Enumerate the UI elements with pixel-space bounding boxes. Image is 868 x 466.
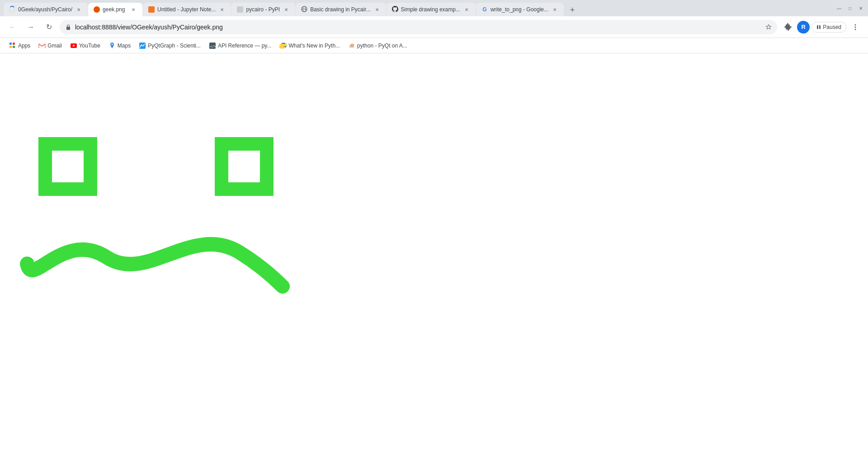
- wave-curve: [27, 244, 283, 286]
- bookmark-apps[interactable]: Apps: [5, 40, 34, 51]
- pause-icon: [816, 25, 821, 29]
- bookmark-youtube-label: YouTube: [79, 43, 100, 49]
- tab6-favicon: [392, 6, 398, 14]
- url-text: localhost:8888/view/OGeek/ayush/PyCairo/…: [75, 24, 762, 31]
- reload-button[interactable]: ↻: [42, 20, 56, 34]
- svg-text:</>: </>: [210, 45, 216, 48]
- tab2-close-button[interactable]: ✕: [130, 6, 137, 13]
- svg-rect-5: [819, 25, 821, 29]
- tab4-title: pycairo - PyPI: [246, 6, 280, 13]
- tab-basic-drawing[interactable]: Basic drawing in Pycair... ✕: [296, 3, 386, 16]
- tab-google[interactable]: G write_to_png - Google... ✕: [476, 3, 564, 16]
- svg-rect-24: [351, 44, 354, 44]
- tab4-favicon: [237, 6, 243, 13]
- tab1-favicon: [9, 6, 15, 14]
- browser-window: 0Geek/ayush/PyCairo/ ✕ geek.png ✕ Untitl…: [0, 0, 868, 466]
- cairo-drawing: [0, 53, 868, 466]
- profile-button[interactable]: R: [797, 21, 810, 33]
- bookmark-api-label: API Reference — py...: [218, 43, 272, 49]
- tab3-title: Untitled - Jupyter Note...: [157, 6, 216, 13]
- apps-icon: [9, 42, 16, 49]
- paused-status-button[interactable]: Paused: [811, 22, 846, 33]
- tab7-title: write_to_png - Google...: [491, 6, 548, 13]
- tab5-title: Basic drawing in Pycair...: [310, 6, 370, 13]
- nav-icons-group: R Paused: [781, 20, 863, 34]
- tab1-close-button[interactable]: ✕: [75, 6, 82, 13]
- three-dots-icon: [851, 23, 859, 31]
- bookmark-pyqt-so[interactable]: python - PyQt on A...: [344, 40, 411, 51]
- svg-rect-20: [349, 47, 354, 48]
- tab7-close-button[interactable]: ✕: [551, 6, 558, 13]
- address-bar[interactable]: localhost:8888/view/OGeek/ayush/PyCairo/…: [60, 20, 777, 34]
- svg-rect-13: [39, 43, 45, 48]
- svg-rect-9: [9, 43, 12, 45]
- tab3-favicon: [148, 6, 155, 13]
- tab1-title: 0Geek/ayush/PyCairo/: [18, 6, 72, 13]
- square2-inner: [228, 151, 260, 182]
- navigation-bar: ← → ↻ localhost:8888/view/OGeek/ayush/Py…: [0, 16, 868, 38]
- svg-rect-22: [350, 45, 354, 46]
- tab-geek-png[interactable]: geek.png ✕: [88, 3, 142, 16]
- square1-inner: [52, 151, 84, 182]
- tab-jupyter[interactable]: Untitled - Jupyter Note... ✕: [143, 3, 231, 16]
- stackoverflow-icon: [348, 42, 355, 49]
- svg-rect-23: [350, 44, 354, 45]
- paused-label: Paused: [823, 24, 841, 30]
- svg-rect-3: [66, 27, 70, 30]
- svg-rect-21: [349, 46, 354, 46]
- bookmark-gmail[interactable]: Gmail: [35, 40, 65, 51]
- minimize-button[interactable]: —: [835, 5, 843, 12]
- tab-pycairo-dir[interactable]: 0Geek/ayush/PyCairo/ ✕: [4, 3, 88, 16]
- maps-icon: [108, 42, 116, 49]
- pyqtgraph-icon: [139, 42, 146, 49]
- bookmark-maps[interactable]: Maps: [105, 40, 134, 51]
- forward-button[interactable]: →: [24, 20, 38, 34]
- tab5-favicon: [301, 6, 307, 14]
- tab2-favicon: [94, 6, 100, 13]
- window-controls: — □ ✕: [835, 5, 864, 12]
- svg-point-7: [855, 26, 856, 28]
- svg-rect-4: [817, 25, 818, 29]
- youtube-icon: [70, 42, 77, 49]
- svg-point-16: [111, 43, 113, 45]
- more-button[interactable]: [848, 20, 863, 34]
- svg-point-8: [855, 29, 856, 30]
- tab5-close-button[interactable]: ✕: [373, 6, 381, 13]
- star-icon[interactable]: [765, 24, 772, 30]
- title-bar: 0Geek/ayush/PyCairo/ ✕ geek.png ✕ Untitl…: [0, 0, 868, 16]
- svg-rect-12: [13, 46, 15, 48]
- bookmark-pyqtgraph-label: PyQtGraph - Scienti...: [148, 43, 201, 49]
- tabs-container: 0Geek/ayush/PyCairo/ ✕ geek.png ✕ Untitl…: [4, 0, 832, 16]
- tab6-close-button[interactable]: ✕: [463, 6, 470, 13]
- svg-rect-11: [9, 46, 12, 48]
- api-icon: </>: [209, 42, 216, 49]
- tab2-title: geek.png: [103, 6, 127, 13]
- tab7-favicon: G: [481, 6, 488, 13]
- bookmarks-bar: Apps Gmail YouTube Maps: [0, 38, 868, 53]
- bookmark-maps-label: Maps: [118, 43, 131, 49]
- bookmark-python-news[interactable]: What's New in Pyth...: [276, 40, 344, 51]
- close-button[interactable]: ✕: [857, 5, 864, 12]
- bookmark-gmail-label: Gmail: [47, 43, 61, 49]
- svg-rect-10: [13, 43, 15, 45]
- bookmark-pyqtgraph[interactable]: PyQtGraph - Scienti...: [135, 40, 204, 51]
- bookmark-apps-label: Apps: [18, 43, 30, 49]
- bookmark-pyqt-so-label: python - PyQt on A...: [357, 43, 407, 49]
- tab6-title: Simple drawing examp...: [401, 6, 460, 13]
- extensions-button[interactable]: [781, 20, 795, 34]
- lock-icon: [65, 24, 71, 30]
- bookmark-python-label: What's New in Pyth...: [288, 43, 340, 49]
- page-content: [0, 53, 868, 466]
- maximize-button[interactable]: □: [846, 5, 854, 12]
- tab-pypi[interactable]: pycairo - PyPI ✕: [231, 3, 295, 16]
- bookmark-api-ref[interactable]: </> API Reference — py...: [205, 40, 275, 51]
- bookmark-youtube[interactable]: YouTube: [66, 40, 104, 51]
- tab4-close-button[interactable]: ✕: [283, 6, 290, 13]
- new-tab-button[interactable]: +: [566, 4, 579, 16]
- tab3-close-button[interactable]: ✕: [218, 6, 226, 13]
- python-icon: [279, 42, 287, 49]
- tab-github[interactable]: Simple drawing examp... ✕: [387, 3, 476, 16]
- svg-point-6: [855, 24, 856, 25]
- back-button[interactable]: ←: [5, 20, 20, 34]
- gmail-icon: [38, 42, 46, 49]
